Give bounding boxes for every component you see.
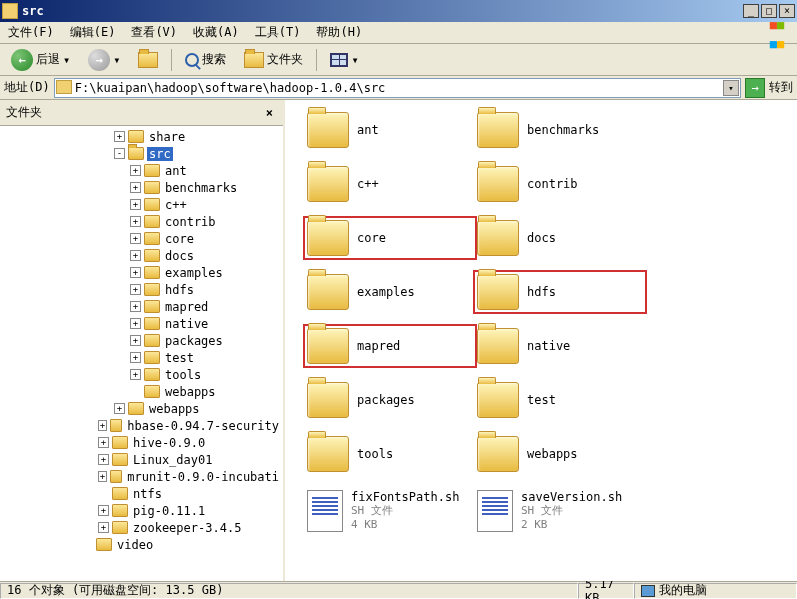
folders-button[interactable]: 文件夹 bbox=[237, 48, 310, 71]
file-item-saveVersion.sh[interactable]: saveVersion.shSH 文件2 KB bbox=[475, 488, 645, 534]
tree-expander[interactable]: + bbox=[130, 182, 141, 193]
folder-item-hdfs[interactable]: hdfs bbox=[475, 272, 645, 312]
tree-item-zookeeper-3.4.5[interactable]: +zookeeper-3.4.5 bbox=[2, 519, 281, 536]
folder-item-core[interactable]: core bbox=[305, 218, 475, 258]
menu-favorites[interactable]: 收藏(A) bbox=[185, 21, 247, 44]
menu-help[interactable]: 帮助(H) bbox=[308, 21, 370, 44]
tree-item-video[interactable]: video bbox=[2, 536, 281, 553]
tree-item-pig-0.11.1[interactable]: +pig-0.11.1 bbox=[2, 502, 281, 519]
folder-item-mapred[interactable]: mapred bbox=[305, 326, 475, 366]
menu-tools[interactable]: 工具(T) bbox=[247, 21, 309, 44]
tree-expander[interactable]: + bbox=[98, 454, 109, 465]
tree-expander[interactable]: + bbox=[114, 403, 125, 414]
tree-expander[interactable]: + bbox=[130, 301, 141, 312]
address-input[interactable] bbox=[54, 78, 741, 98]
folder-item-contrib[interactable]: contrib bbox=[475, 164, 645, 204]
folder-tree[interactable]: +share-src+ant+benchmarks+c+++contrib+co… bbox=[0, 126, 283, 581]
item-name: hdfs bbox=[527, 285, 556, 299]
tree-expander[interactable]: + bbox=[98, 437, 109, 448]
tree-item-core[interactable]: +core bbox=[2, 230, 281, 247]
folder-item-native[interactable]: native bbox=[475, 326, 645, 366]
tree-expander[interactable]: + bbox=[130, 284, 141, 295]
folder-icon bbox=[144, 215, 160, 228]
tree-expander[interactable]: + bbox=[98, 522, 109, 533]
folder-item-packages[interactable]: packages bbox=[305, 380, 475, 420]
tree-item-label: video bbox=[115, 538, 155, 552]
sidebar-close-button[interactable]: × bbox=[262, 106, 277, 120]
file-list[interactable]: antbenchmarksc++contribcoredocsexamplesh… bbox=[285, 100, 797, 581]
menu-view[interactable]: 查看(V) bbox=[123, 21, 185, 44]
folder-item-examples[interactable]: examples bbox=[305, 272, 475, 312]
views-button[interactable]: ▾ bbox=[323, 50, 365, 70]
tree-item-c++[interactable]: +c++ bbox=[2, 196, 281, 213]
folder-item-tools[interactable]: tools bbox=[305, 434, 475, 474]
folder-item-webapps[interactable]: webapps bbox=[475, 434, 645, 474]
tree-item-docs[interactable]: +docs bbox=[2, 247, 281, 264]
go-button[interactable]: → bbox=[745, 78, 765, 98]
menu-file[interactable]: 文件(F) bbox=[0, 21, 62, 44]
tree-item-label: c++ bbox=[163, 198, 189, 212]
tree-expander[interactable]: - bbox=[114, 148, 125, 159]
tree-item-label: ntfs bbox=[131, 487, 164, 501]
tree-item-contrib[interactable]: +contrib bbox=[2, 213, 281, 230]
tree-expander[interactable]: + bbox=[130, 352, 141, 363]
address-dropdown-button[interactable]: ▾ bbox=[723, 80, 739, 96]
tree-item-src[interactable]: -src bbox=[2, 145, 281, 162]
file-item-fixFontsPath.sh[interactable]: fixFontsPath.shSH 文件4 KB bbox=[305, 488, 475, 534]
tree-item-webapps[interactable]: +webapps bbox=[2, 400, 281, 417]
tree-item-hdfs[interactable]: +hdfs bbox=[2, 281, 281, 298]
tree-item-webapps[interactable]: webapps bbox=[2, 383, 281, 400]
folders-sidebar: 文件夹 × +share-src+ant+benchmarks+c+++cont… bbox=[0, 100, 285, 581]
folder-item-docs[interactable]: docs bbox=[475, 218, 645, 258]
folder-icon bbox=[144, 368, 160, 381]
go-label: 转到 bbox=[769, 79, 793, 96]
tree-item-test[interactable]: +test bbox=[2, 349, 281, 366]
tree-item-Linux_day01[interactable]: +Linux_day01 bbox=[2, 451, 281, 468]
tree-expander[interactable]: + bbox=[130, 165, 141, 176]
tree-item-ntfs[interactable]: ntfs bbox=[2, 485, 281, 502]
item-name: c++ bbox=[357, 177, 379, 191]
tree-expander[interactable]: + bbox=[130, 250, 141, 261]
folder-icon bbox=[110, 470, 123, 483]
minimize-button[interactable]: _ bbox=[743, 4, 759, 18]
folder-icon bbox=[144, 300, 160, 313]
tree-expander[interactable]: + bbox=[130, 199, 141, 210]
back-icon: ← bbox=[11, 49, 33, 71]
tree-item-packages[interactable]: +packages bbox=[2, 332, 281, 349]
tree-item-label: test bbox=[163, 351, 196, 365]
tree-expander[interactable]: + bbox=[130, 267, 141, 278]
tree-item-label: docs bbox=[163, 249, 196, 263]
tree-expander[interactable]: + bbox=[130, 233, 141, 244]
up-button[interactable] bbox=[131, 49, 165, 71]
tree-item-ant[interactable]: +ant bbox=[2, 162, 281, 179]
folder-item-c++[interactable]: c++ bbox=[305, 164, 475, 204]
tree-expander[interactable]: + bbox=[130, 318, 141, 329]
tree-expander[interactable]: + bbox=[98, 505, 109, 516]
tree-item-native[interactable]: +native bbox=[2, 315, 281, 332]
folder-icon bbox=[144, 317, 160, 330]
menu-edit[interactable]: 编辑(E) bbox=[62, 21, 124, 44]
tree-item-share[interactable]: +share bbox=[2, 128, 281, 145]
tree-item-tools[interactable]: +tools bbox=[2, 366, 281, 383]
tree-expander[interactable]: + bbox=[130, 216, 141, 227]
back-button[interactable]: ← 后退 ▾ bbox=[4, 46, 77, 74]
folder-item-ant[interactable]: ant bbox=[305, 110, 475, 150]
folder-item-test[interactable]: test bbox=[475, 380, 645, 420]
tree-expander[interactable]: + bbox=[130, 369, 141, 380]
item-name: test bbox=[527, 393, 556, 407]
tree-item-hbase-0.94.7-security[interactable]: +hbase-0.94.7-security bbox=[2, 417, 281, 434]
tree-item-label: zookeeper-3.4.5 bbox=[131, 521, 243, 535]
tree-item-examples[interactable]: +examples bbox=[2, 264, 281, 281]
tree-expander[interactable]: + bbox=[98, 471, 107, 482]
tree-item-hive-0.9.0[interactable]: +hive-0.9.0 bbox=[2, 434, 281, 451]
tree-expander[interactable]: + bbox=[114, 131, 125, 142]
tree-item-mrunit-0.9.0-incubati[interactable]: +mrunit-0.9.0-incubati bbox=[2, 468, 281, 485]
tree-item-mapred[interactable]: +mapred bbox=[2, 298, 281, 315]
folder-item-benchmarks[interactable]: benchmarks bbox=[475, 110, 645, 150]
search-button[interactable]: 搜索 bbox=[178, 48, 233, 71]
address-folder-icon bbox=[56, 80, 72, 94]
tree-expander[interactable]: + bbox=[98, 420, 107, 431]
forward-button[interactable]: → ▾ bbox=[81, 46, 127, 74]
tree-expander[interactable]: + bbox=[130, 335, 141, 346]
tree-item-benchmarks[interactable]: +benchmarks bbox=[2, 179, 281, 196]
